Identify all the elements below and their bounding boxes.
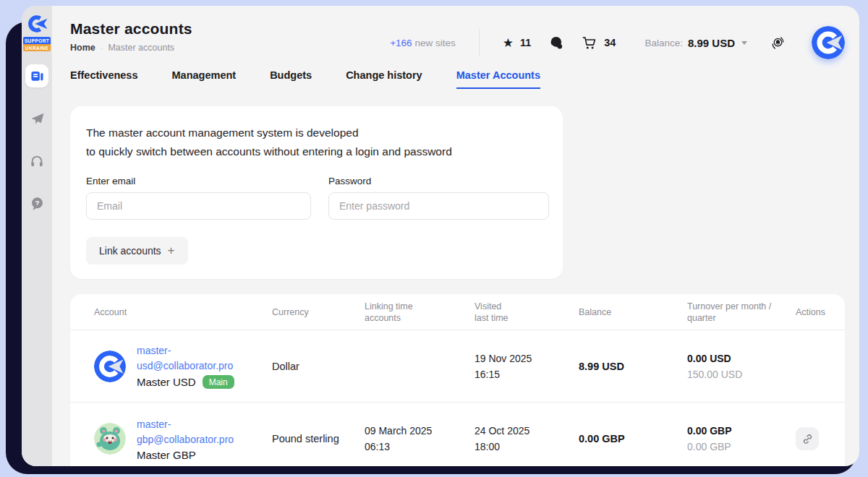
page-title: Master accounts [70, 20, 192, 38]
header-actions: +166 new sites ★ 11 [390, 20, 845, 59]
notifications-button[interactable] [770, 35, 786, 51]
visited-cell: 19 Nov 202516:15 [475, 351, 579, 382]
user-avatar[interactable] [812, 26, 845, 59]
sidebar-item-faq[interactable]: ? [25, 192, 48, 215]
page-header: Master accounts Home · Master accounts +… [70, 6, 845, 59]
cart-icon [582, 36, 597, 50]
main-content: Master accounts Home · Master accounts +… [52, 6, 859, 466]
favorites-counter[interactable]: ★ 11 [503, 37, 532, 49]
tab-change-history[interactable]: Change history [346, 69, 422, 89]
link-account-form: Enter email Password [86, 176, 545, 220]
accounts-table: Account Currency Linking timeaccounts Vi… [70, 294, 845, 466]
plus-icon: + [168, 244, 175, 258]
turnover-cell: 0.00 GBP 0.00 GBP [687, 423, 796, 455]
tab-master-accounts[interactable]: Master Accounts [456, 69, 540, 89]
link-accounts-button[interactable]: Link accounts + [86, 237, 188, 265]
email-label: Enter email [86, 176, 311, 186]
tab-bar: Effectiveness Management Budgets Change … [70, 69, 845, 89]
account-email-link[interactable]: master- usd@collaborator.pro [137, 343, 234, 374]
account-email-link[interactable]: master- gbp@collaborator.pro [137, 417, 234, 447]
breadcrumb-home[interactable]: Home [70, 43, 95, 53]
collaborator-logo[interactable]: SUPPORT UKRAINE [23, 14, 51, 51]
sidebar-nav: ? [25, 64, 48, 215]
col-currency: Currency [272, 306, 365, 318]
monster-avatar [94, 423, 126, 455]
title-block: Master accounts Home · Master accounts [70, 20, 192, 53]
visited-cell: 24 Oct 202518:00 [475, 423, 579, 455]
star-icon: ★ [503, 37, 514, 49]
account-text: master- usd@collaborator.pro Master USD … [137, 343, 234, 389]
support-ukraine-badge: SUPPORT UKRAINE [23, 37, 51, 51]
actions-cell [796, 427, 845, 450]
svg-text:?: ? [35, 199, 39, 207]
new-sites-link[interactable]: +166 new sites [390, 38, 455, 48]
tab-budgets[interactable]: Budgets [270, 69, 312, 89]
chevron-down-icon [741, 41, 747, 45]
collaborator-avatar [94, 351, 126, 382]
email-field-group: Enter email [86, 176, 311, 220]
app-window: SUPPORT UKRAINE [22, 6, 859, 466]
alert-radar-icon [770, 35, 786, 51]
sidebar-item-news[interactable] [25, 64, 48, 87]
headphones-icon [30, 154, 44, 168]
account-text: master- gbp@collaborator.pro Master GBP [137, 417, 234, 461]
col-actions: Actions [796, 306, 845, 318]
currency-cell: Dollar [272, 361, 365, 372]
link-icon [802, 434, 813, 444]
account-name: Master GBP [137, 449, 234, 461]
tab-management[interactable]: Management [172, 69, 237, 89]
linking-time-cell: 09 March 202506:13 [365, 423, 475, 455]
question-bubble-icon: ? [30, 197, 44, 211]
table-row-master-gbp: master- gbp@collaborator.pro Master GBP … [70, 403, 845, 466]
account-cell: master- usd@collaborator.pro Master USD … [94, 343, 272, 389]
col-balance: Balance [579, 306, 687, 318]
breadcrumb-separator: · [101, 43, 103, 52]
col-visited: Visitedlast time [475, 301, 579, 324]
currency-cell: Pound sterling [272, 433, 365, 444]
header-divider [479, 29, 480, 56]
sidebar: SUPPORT UKRAINE [22, 6, 52, 466]
breadcrumb: Home · Master accounts [70, 43, 192, 53]
breadcrumb-current: Master accounts [108, 43, 174, 53]
collaborator-c-icon [24, 14, 50, 36]
turnover-cell: 0.00 USD 150.00 USD [687, 351, 796, 382]
sidebar-item-support[interactable] [25, 150, 48, 173]
email-input[interactable] [86, 192, 311, 220]
send-icon [30, 111, 45, 126]
master-account-info-card: The master account management system is … [70, 106, 563, 279]
chat-bubble-icon [550, 36, 563, 50]
col-linking-time: Linking timeaccounts [365, 301, 475, 324]
cart-counter[interactable]: 34 [582, 36, 616, 50]
balance-cell: 8.99 USD [579, 361, 687, 372]
main-badge: Main [203, 375, 234, 389]
balance-cell: 0.00 GBP [579, 433, 687, 444]
table-row-master-usd: master- usd@collaborator.pro Master USD … [70, 330, 845, 403]
table-header-row: Account Currency Linking timeaccounts Vi… [70, 294, 845, 330]
password-field-group: Password [328, 176, 549, 220]
account-name: Master USD Main [137, 375, 234, 389]
balance-dropdown[interactable]: Balance: 8.99 USD [644, 37, 747, 49]
password-input[interactable] [328, 192, 549, 220]
switch-account-button[interactable] [796, 427, 819, 450]
col-account: Account [94, 306, 272, 318]
col-turnover: Turnover per month /quarter [687, 301, 796, 324]
chat-button[interactable] [550, 36, 563, 50]
info-text-line2: to quickly switch between accounts witho… [86, 142, 545, 161]
password-label: Password [328, 176, 549, 186]
sidebar-item-messages[interactable] [25, 107, 48, 130]
account-cell: master- gbp@collaborator.pro Master GBP [94, 417, 272, 461]
tab-effectiveness[interactable]: Effectiveness [70, 69, 138, 89]
info-text-line1: The master account management system is … [86, 124, 545, 142]
news-feed-icon [30, 69, 44, 83]
